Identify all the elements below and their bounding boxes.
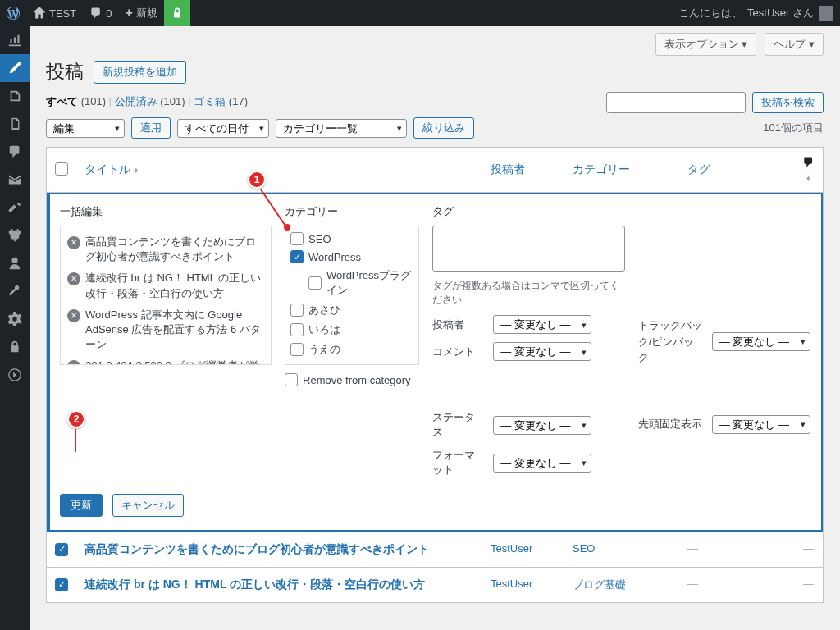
column-title[interactable]: タイトル ♦ [76,148,482,193]
remove-icon[interactable]: ✕ [67,236,80,249]
pingback-select[interactable]: — 変更なし — [712,332,810,351]
search-input[interactable] [606,92,746,113]
posts-table: タイトル ♦ 投稿者 カテゴリー タグ ♦ 一括編集 ✕高 [46,147,824,603]
apply-button[interactable]: 適用 [131,117,171,139]
remove-icon[interactable]: ✕ [67,309,80,322]
add-new-button[interactable]: 新規投稿を追加 [94,61,186,84]
screen-meta-links: 表示オプション ▾ ヘルプ ▾ [46,26,824,56]
column-comments[interactable]: ♦ [794,148,824,193]
category-item: WordPressプラグイン [289,266,415,300]
toolbar-left: TEST 0 + 新規 [0,0,190,26]
tags-cell: — [687,542,698,555]
filter-button[interactable]: 絞り込み [413,117,474,139]
bulk-category-label: カテゴリー [285,204,419,219]
format-select[interactable]: — 変更なし — [493,454,591,472]
category-item: うえの [289,340,415,359]
main-content: 表示オプション ▾ ヘルプ ▾ 投稿 新規投稿を追加 投稿を検索 すべて (10… [30,26,840,630]
status-label: ステータス [432,410,485,440]
category-checkbox[interactable] [290,232,304,245]
view-trash-count: (17) [229,95,248,107]
annotation-2-line [75,429,76,452]
help-button[interactable]: ヘルプ ▾ [765,33,824,56]
tools-icon[interactable] [0,277,30,305]
row-checkbox[interactable]: ✓ [55,578,68,591]
security-icon[interactable] [0,333,30,361]
status-select[interactable]: — 変更なし — [493,416,591,435]
category-checkbox[interactable] [308,276,322,290]
pages-icon[interactable] [0,110,30,138]
sort-icon: ♦ [134,165,139,175]
item-count: 101個の項目 [763,121,824,135]
search-button[interactable]: 投稿を検索 [752,92,824,113]
bulk-edit-legend: 一括編集 [60,204,272,219]
posts-icon[interactable] [0,54,30,82]
admin-sidebar [0,26,30,630]
users-icon[interactable] [0,249,30,277]
category-checkbox[interactable] [290,323,304,336]
view-trash[interactable]: ゴミ箱 [194,95,226,107]
author-link[interactable]: TestUser [491,542,532,555]
bulk-edit-panel: 一括編集 ✕高品質コンテンツを書くためにブログ初心者が意識すべきポイント ✕連続… [47,193,823,532]
page-title: 投稿 [46,59,84,84]
tags-cell: — [687,578,698,590]
comments-link[interactable]: 0 [83,0,118,26]
cancel-button[interactable]: キャンセル [112,494,184,517]
remove-icon[interactable]: ✕ [67,272,80,285]
bulk-tag-input[interactable] [432,226,625,272]
appearance-icon[interactable] [0,194,30,221]
sticky-select[interactable]: — 変更なし — [712,415,810,434]
format-label: フォーマット [432,448,485,477]
category-link[interactable]: ブログ基礎 [573,578,626,591]
category-checkbox[interactable]: ✓ [290,250,304,263]
bulk-filter-controls: 編集 適用 すべての日付 カテゴリー一覧 絞り込み [46,117,474,139]
category-item: いろは [289,320,415,340]
date-filter-select[interactable]: すべての日付 [177,119,269,138]
collapse-icon[interactable] [0,361,30,389]
plugins-icon[interactable] [0,221,30,249]
bulk-edit-row: 一括編集 ✕高品質コンテンツを書くためにブログ初心者が意識すべきポイント ✕連続… [47,193,824,532]
dashboard-icon[interactable] [0,26,30,54]
sticky-label: 先頭固定表示 [638,417,704,431]
view-all-label[interactable]: すべて [46,95,78,107]
bulk-action-select[interactable]: 編集 [46,119,125,138]
bulk-title-item: ✕WordPress 記事本文内に Google AdSense 広告を配置する… [66,304,266,356]
screen-options-button[interactable]: 表示オプション ▾ [655,33,757,56]
feedback-icon[interactable] [0,166,30,194]
author-link[interactable]: TestUser [491,578,532,590]
author-select[interactable]: — 変更なし — [493,315,591,334]
remove-icon[interactable]: ✕ [67,360,80,365]
site-home[interactable]: TEST [26,0,83,26]
comments-icon[interactable] [0,138,30,166]
remove-cat-checkbox[interactable] [285,373,298,386]
toolbar-right[interactable]: こんにちは、 TestUser さん [678,6,840,21]
site-title: TEST [49,7,76,20]
bulk-tag-label: タグ [432,204,625,219]
bulk-title-item: ✕301 ? 404 ? 500 ? ブログ運営者が覚え [66,355,266,365]
category-filter-select[interactable]: カテゴリー一覧 [276,119,407,138]
comment-select[interactable]: — 変更なし — [493,342,591,361]
category-checkbox[interactable] [290,304,304,317]
category-link[interactable]: SEO [573,542,595,555]
update-button[interactable]: 更新 [60,494,103,517]
author-label: 投稿者 [432,317,485,332]
column-categories: カテゴリー [564,148,679,193]
bulk-title-item: ✕高品質コンテンツを書くためにブログ初心者が意識すべきポイント [66,231,266,267]
category-item: SEO [289,230,415,248]
settings-icon[interactable] [0,305,30,333]
select-all-checkbox[interactable] [55,162,68,176]
wp-logo-icon[interactable] [0,0,26,26]
sort-icon: ♦ [806,173,811,183]
new-label: 新規 [136,6,158,21]
view-published[interactable]: 公開済み [115,95,158,107]
admin-toolbar: TEST 0 + 新規 こんにちは、 TestUser さん [0,0,840,26]
post-title-link[interactable]: 高品質コンテンツを書くためにブログ初心者が意識すべきポイント [84,542,429,555]
media-icon[interactable] [0,82,30,110]
category-item: あさひ [289,300,415,320]
category-checkbox[interactable] [290,343,304,356]
annotation-1: 1 [248,171,266,189]
lock-icon[interactable] [164,0,190,26]
category-item: ✓WordPress [289,248,415,266]
new-content[interactable]: + 新規 [118,0,163,26]
post-title-link[interactable]: 連続改行 br は NG！ HTML の正しい改行・段落・空白行の使い方 [84,578,425,591]
row-checkbox[interactable]: ✓ [55,543,68,556]
